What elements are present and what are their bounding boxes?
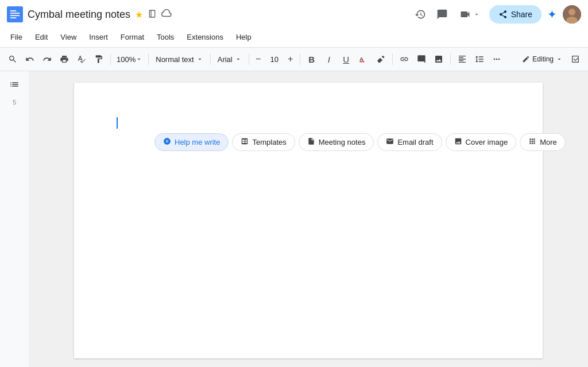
font-size-decrease[interactable]: − <box>253 51 264 67</box>
font-size-control: − + <box>253 51 296 67</box>
spellcheck-button[interactable] <box>74 51 90 67</box>
line-spacing-button[interactable] <box>471 51 488 67</box>
separator-3 <box>210 53 211 65</box>
more-label: More <box>540 138 557 146</box>
page-container[interactable]: Help me write Templates Meeting notes <box>29 71 588 367</box>
font-value: Arial <box>218 55 233 64</box>
separator-1 <box>110 53 111 65</box>
templates-button[interactable]: Templates <box>232 133 295 151</box>
document-page[interactable]: Help me write Templates Meeting notes <box>74 83 543 358</box>
text-style-value: Normal text <box>156 55 194 64</box>
meet-button[interactable] <box>456 6 483 22</box>
title-icons: ★ <box>135 9 172 20</box>
menu-extensions[interactable]: Extensions <box>181 30 229 44</box>
comment-button[interactable] <box>413 51 430 67</box>
templates-icon <box>241 137 249 147</box>
cover-image-label: Cover image <box>466 138 508 146</box>
svg-text:A: A <box>359 56 363 62</box>
menu-help[interactable]: Help <box>230 30 257 44</box>
undo-button[interactable] <box>22 51 38 67</box>
outline-toggle[interactable] <box>4 76 25 96</box>
star-icon[interactable]: ★ <box>135 9 143 20</box>
gemini-icon[interactable]: ✦ <box>547 7 557 21</box>
avatar-image <box>563 5 581 24</box>
menu-tools[interactable]: Tools <box>151 30 180 44</box>
cover-image-button[interactable]: Cover image <box>446 133 517 151</box>
image-button[interactable] <box>431 51 447 67</box>
search-button[interactable] <box>5 51 21 67</box>
meeting-notes-icon <box>307 137 315 147</box>
cover-image-icon <box>454 137 462 147</box>
separator-4 <box>249 53 249 65</box>
highlight-button[interactable] <box>373 51 389 67</box>
bookmark-icon[interactable] <box>148 9 157 20</box>
redo-button[interactable] <box>39 51 55 67</box>
meeting-notes-button[interactable]: Meeting notes <box>299 133 374 151</box>
left-sidebar: 5 <box>0 71 29 367</box>
print-button[interactable] <box>56 51 72 67</box>
help-write-label: Help me write <box>175 138 220 146</box>
help-me-write-button[interactable]: Help me write <box>154 133 229 151</box>
zoom-value: 100% <box>117 55 136 64</box>
font-select[interactable]: Arial <box>214 51 245 67</box>
help-write-icon <box>163 137 171 147</box>
share-label: Share <box>511 10 532 19</box>
svg-rect-3 <box>10 15 20 16</box>
edit-mode-button[interactable]: Editing <box>519 51 566 67</box>
history-button[interactable] <box>412 6 428 22</box>
share-button[interactable]: Share <box>489 5 541 24</box>
svg-rect-1 <box>10 10 17 11</box>
text-color-button[interactable]: A <box>355 51 372 67</box>
toolbar: 100% Normal text Arial − + B I U A <box>0 47 588 71</box>
text-style-select[interactable]: Normal text <box>152 51 206 67</box>
svg-rect-5 <box>149 10 154 17</box>
more-button[interactable]: More <box>520 133 566 151</box>
floating-toolbar: Help me write Templates Meeting notes <box>154 133 566 151</box>
svg-point-8 <box>568 9 575 16</box>
menu-bar: File Edit View Insert Format Tools Exten… <box>0 26 588 47</box>
doc-area: 5 Help me write Templates <box>0 71 588 367</box>
zoom-control[interactable]: 100% <box>114 51 145 67</box>
italic-button[interactable]: I <box>321 51 337 67</box>
svg-rect-4 <box>10 17 17 18</box>
font-size-increase[interactable]: + <box>285 51 296 67</box>
more-options-button[interactable] <box>489 51 505 67</box>
chat-button[interactable] <box>434 6 450 22</box>
edit-mode-label: Editing <box>532 55 554 63</box>
cloud-icon[interactable] <box>161 9 172 20</box>
svg-rect-11 <box>359 61 364 62</box>
paint-format-button[interactable] <box>91 51 107 67</box>
svg-rect-0 <box>7 6 23 22</box>
menu-edit[interactable]: Edit <box>29 30 53 44</box>
collapse-button[interactable] <box>567 51 583 67</box>
avatar[interactable] <box>563 5 581 24</box>
more-icon <box>528 137 536 147</box>
document-title[interactable]: Cymbal meeting notes <box>28 9 130 21</box>
email-draft-label: Email draft <box>397 138 433 146</box>
link-button[interactable] <box>396 51 412 67</box>
separator-5 <box>300 53 300 65</box>
templates-label: Templates <box>252 138 286 146</box>
menu-file[interactable]: File <box>5 30 28 44</box>
docs-icon <box>7 6 23 22</box>
underline-button[interactable]: U <box>338 51 354 67</box>
separator-2 <box>148 53 149 65</box>
text-cursor <box>117 117 118 129</box>
page-count: 5 <box>13 99 16 106</box>
menu-view[interactable]: View <box>55 30 82 44</box>
separator-7 <box>450 53 451 65</box>
email-draft-icon <box>386 137 394 147</box>
title-left: Cymbal meeting notes ★ <box>7 6 172 22</box>
menu-format[interactable]: Format <box>115 30 150 44</box>
align-button[interactable] <box>454 51 470 67</box>
title-right: Share ✦ <box>412 5 581 24</box>
meeting-notes-label: Meeting notes <box>319 138 366 146</box>
separator-6 <box>392 53 393 65</box>
title-bar: Cymbal meeting notes ★ <box>0 0 588 26</box>
svg-rect-2 <box>10 13 20 14</box>
menu-insert[interactable]: Insert <box>83 30 114 44</box>
bold-button[interactable]: B <box>304 51 320 67</box>
email-draft-button[interactable]: Email draft <box>377 133 442 151</box>
font-size-input[interactable] <box>265 52 284 66</box>
